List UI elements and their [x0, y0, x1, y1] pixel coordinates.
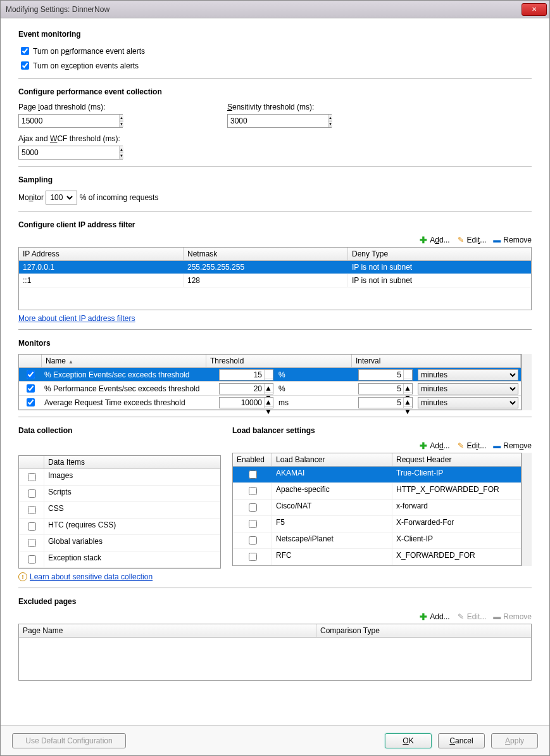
interval-input[interactable]	[359, 398, 403, 408]
monitor-row[interactable]: Average Request Time exceeds threshold ▲…	[19, 396, 521, 410]
spin-down-icon[interactable]: ▼	[120, 122, 123, 128]
monitors-scrollbar[interactable]	[522, 354, 532, 410]
data-collection-link[interactable]: Learn about sensitive data collection	[30, 572, 153, 581]
threshold-input[interactable]	[220, 398, 264, 408]
dialog-footer: Use Default Configuration OK Cancel Appl…	[1, 725, 549, 755]
ajax-input[interactable]	[19, 146, 119, 159]
spin-up-icon[interactable]: ▲	[120, 146, 123, 153]
lb-row[interactable]: Netscape/iPlanetX-Client-IP	[233, 532, 521, 549]
col-deny[interactable]: Deny Type	[348, 248, 531, 260]
lb-row[interactable]: AKAMAITrue-Client-IP	[233, 467, 521, 483]
perf-alerts-checkbox[interactable]	[21, 47, 29, 55]
data-item-checkbox[interactable]	[28, 506, 36, 514]
close-button[interactable]: ✕	[522, 3, 547, 16]
lb-row[interactable]: Apache-specificHTTP_X_FORWARDED_FOR	[233, 483, 521, 500]
lb-add-button[interactable]: ✚Add...	[419, 441, 449, 450]
interval-input[interactable]	[359, 384, 403, 394]
lb-enabled-checkbox[interactable]	[249, 520, 257, 528]
exception-alerts-checkbox[interactable]	[21, 61, 29, 70]
data-item-row[interactable]: CSS	[19, 502, 220, 519]
data-item-checkbox[interactable]	[28, 539, 36, 547]
col-lb-header[interactable]: Request Header	[392, 453, 521, 466]
lb-enabled-checkbox[interactable]	[249, 536, 257, 545]
monitor-percent-dropdown[interactable]: 100	[46, 191, 77, 205]
monitor-checkbox[interactable]	[27, 384, 35, 393]
spin-down-icon[interactable]: ▼	[404, 407, 412, 416]
data-item-checkbox[interactable]	[28, 489, 36, 498]
monitor-row[interactable]: % Performance Events/sec exceeds thresho…	[19, 382, 521, 396]
ok-button[interactable]: OK	[385, 733, 432, 748]
col-interval[interactable]: Interval	[352, 355, 521, 367]
excl-add-button[interactable]: ✚Add...	[419, 612, 449, 621]
col-threshold[interactable]: Threshold	[206, 355, 352, 367]
col-monitor-name[interactable]: Name▲	[42, 355, 206, 367]
data-item-checkbox[interactable]	[28, 522, 36, 531]
threshold-spinbox[interactable]: ▲▼	[219, 397, 273, 408]
lb-row[interactable]: Cisco/NATx-forward	[233, 500, 521, 516]
spin-up-icon[interactable]: ▲	[265, 398, 273, 407]
data-item-row[interactable]: Exception stack	[19, 551, 220, 568]
lb-enabled-checkbox[interactable]	[249, 487, 257, 495]
col-data-items[interactable]: Data Items	[44, 456, 220, 469]
threshold-spinbox[interactable]: ▲▼	[219, 369, 273, 381]
spin-up-icon[interactable]: ▲	[328, 115, 332, 122]
data-item-row[interactable]: Scripts	[19, 486, 220, 502]
lb-remove-button[interactable]: ▬Remove	[492, 441, 532, 450]
spin-up-icon[interactable]: ▲	[265, 370, 273, 379]
threshold-spinbox[interactable]: ▲▼	[219, 383, 273, 394]
lb-edit-button[interactable]: ✎Edit...	[456, 441, 487, 450]
sensitivity-spinbox[interactable]: ▲▼	[227, 114, 332, 128]
data-item-row[interactable]: HTC (requires CSS)	[19, 519, 220, 535]
data-item-checkbox[interactable]	[28, 473, 36, 481]
ajax-spinbox[interactable]: ▲▼	[18, 146, 123, 160]
spin-down-icon[interactable]: ▼	[328, 122, 332, 128]
lb-row[interactable]: RFCX_FORWARDED_FOR	[233, 549, 521, 565]
lb-row[interactable]: F5X-Forwarded-For	[233, 516, 521, 532]
interval-input[interactable]	[359, 370, 403, 380]
data-item-checkbox[interactable]	[28, 555, 36, 564]
monitor-percent-select[interactable]: 100	[46, 191, 75, 204]
spin-up-icon[interactable]: ▲	[265, 384, 273, 393]
interval-unit-select[interactable]: minutes	[418, 383, 518, 394]
interval-spinbox[interactable]: ▲▼	[358, 383, 413, 394]
cancel-button[interactable]: Cancel	[438, 733, 485, 748]
spin-down-icon[interactable]: ▼	[265, 407, 273, 416]
monitor-checkbox[interactable]	[27, 370, 35, 379]
lb-enabled-checkbox[interactable]	[249, 470, 257, 479]
col-lb-name[interactable]: Load Balancer	[272, 453, 392, 466]
spin-up-icon[interactable]: ▲	[120, 115, 123, 122]
titlebar[interactable]: Modifying Settings: DinnerNow ✕	[1, 1, 549, 18]
ip-add-button[interactable]: ✚Add...	[419, 236, 449, 244]
ip-row[interactable]: ::1128IP is not in subnet	[19, 274, 531, 287]
spin-down-icon[interactable]: ▼	[120, 153, 123, 160]
interval-unit-select[interactable]: minutes	[418, 397, 518, 408]
lb-scrollbar[interactable]	[522, 453, 532, 566]
interval-unit-select[interactable]: minutes	[418, 369, 518, 381]
spin-up-icon[interactable]: ▲	[404, 370, 412, 379]
lb-enabled-checkbox[interactable]	[249, 503, 257, 512]
col-lb-enabled[interactable]: Enabled	[233, 453, 272, 466]
data-item-row[interactable]: Images	[19, 469, 220, 486]
col-netmask[interactable]: Netmask	[184, 248, 348, 260]
threshold-input[interactable]	[220, 384, 264, 394]
interval-spinbox[interactable]: ▲▼	[358, 397, 413, 408]
col-page-name[interactable]: Page Name	[19, 624, 316, 637]
col-comparison[interactable]: Comparison Type	[316, 624, 531, 637]
ip-filter-link[interactable]: More about client IP address filters	[18, 314, 135, 323]
col-check[interactable]	[19, 355, 42, 367]
data-item-row[interactable]: Global variables	[19, 535, 220, 551]
page-load-spinbox[interactable]: ▲▼	[18, 114, 123, 128]
interval-spinbox[interactable]: ▲▼	[358, 369, 413, 381]
ip-remove-button[interactable]: ▬Remove	[492, 236, 532, 244]
ip-edit-button[interactable]: ✎Edit...	[456, 236, 487, 244]
threshold-input[interactable]	[220, 370, 264, 380]
spin-up-icon[interactable]: ▲	[404, 384, 412, 393]
col-ip[interactable]: IP Address	[19, 248, 184, 260]
page-load-input[interactable]	[19, 115, 119, 127]
spin-up-icon[interactable]: ▲	[404, 398, 412, 407]
monitor-checkbox[interactable]	[27, 398, 35, 406]
sensitivity-input[interactable]	[228, 115, 328, 127]
monitor-row[interactable]: % Exception Events/sec exceeds threshold…	[19, 368, 521, 382]
ip-row[interactable]: 127.0.0.1255.255.255.255IP is not in sub…	[19, 261, 531, 274]
lb-enabled-checkbox[interactable]	[249, 553, 257, 561]
